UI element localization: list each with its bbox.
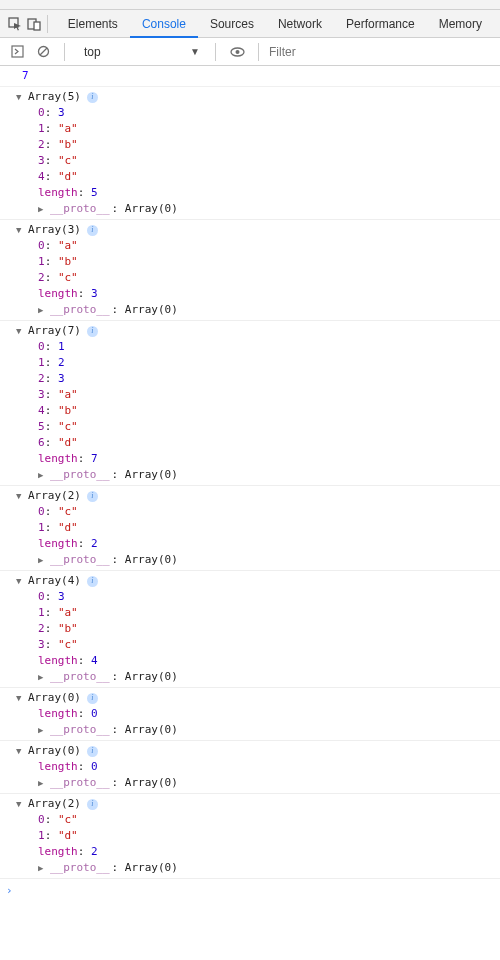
- disclosure-triangle-icon: ▼: [16, 743, 26, 759]
- disclosure-triangle-icon: ▼: [16, 690, 26, 706]
- array-group: ▼Array(3)i0: "a"1: "b"2: "c"length: 3▶__…: [0, 220, 500, 321]
- array-group: ▼Array(4)i0: 31: "a"2: "b"3: "c"length: …: [0, 571, 500, 688]
- info-icon[interactable]: i: [87, 491, 98, 502]
- proto-entry[interactable]: ▶__proto__: Array(0): [38, 552, 500, 568]
- info-icon[interactable]: i: [87, 225, 98, 236]
- array-entries: 0: "c"1: "d"length: 2▶__proto__: Array(0…: [16, 504, 500, 568]
- toggle-sidebar-icon[interactable]: [6, 41, 28, 63]
- array-entry: 2: 3: [38, 371, 500, 387]
- length-entry: length: 3: [38, 286, 500, 302]
- length-entry: length: 0: [38, 759, 500, 775]
- device-toolbar-icon[interactable]: [25, 13, 44, 35]
- array-header[interactable]: ▼Array(2)i: [16, 796, 500, 812]
- array-entries: length: 0▶__proto__: Array(0): [16, 759, 500, 791]
- disclosure-triangle-icon: ▼: [16, 323, 26, 339]
- array-entry: 3: "a": [38, 387, 500, 403]
- array-header[interactable]: ▼Array(4)i: [16, 573, 500, 589]
- chevron-down-icon: ▼: [190, 46, 200, 57]
- tab-console[interactable]: Console: [130, 10, 198, 38]
- array-entry: 4: "b": [38, 403, 500, 419]
- length-entry: length: 2: [38, 844, 500, 860]
- array-group: ▼Array(2)i0: "c"1: "d"length: 2▶__proto_…: [0, 794, 500, 879]
- tab-elements[interactable]: Elements: [56, 10, 130, 38]
- array-header[interactable]: ▼Array(0)i: [16, 690, 500, 706]
- array-entries: 0: "c"1: "d"length: 2▶__proto__: Array(0…: [16, 812, 500, 876]
- array-entries: 0: 31: "a"2: "b"3: "c"4: "d"length: 5▶__…: [16, 105, 500, 217]
- array-summary: Array(0): [28, 690, 81, 706]
- info-icon[interactable]: i: [87, 92, 98, 103]
- proto-entry[interactable]: ▶__proto__: Array(0): [38, 775, 500, 791]
- proto-entry[interactable]: ▶__proto__: Array(0): [38, 201, 500, 217]
- console-subbar: top ▼: [0, 38, 500, 66]
- array-summary: Array(0): [28, 743, 81, 759]
- array-entry: 1: 2: [38, 355, 500, 371]
- tab-network[interactable]: Network: [266, 10, 334, 38]
- array-entry: 5: "c": [38, 419, 500, 435]
- length-entry: length: 7: [38, 451, 500, 467]
- array-header[interactable]: ▼Array(5)i: [16, 89, 500, 105]
- proto-entry[interactable]: ▶__proto__: Array(0): [38, 860, 500, 876]
- array-group: ▼Array(0)ilength: 0▶__proto__: Array(0): [0, 741, 500, 794]
- disclosure-triangle-icon: ▼: [16, 89, 26, 105]
- disclosure-triangle-icon: ▶: [38, 775, 48, 791]
- disclosure-triangle-icon: ▶: [38, 302, 48, 318]
- svg-rect-2: [34, 22, 40, 30]
- info-icon[interactable]: i: [87, 746, 98, 757]
- array-summary: Array(3): [28, 222, 81, 238]
- live-expression-icon[interactable]: [226, 41, 248, 63]
- array-entries: 0: 11: 22: 33: "a"4: "b"5: "c"6: "d"leng…: [16, 339, 500, 483]
- array-entry: 2: "c": [38, 270, 500, 286]
- info-icon[interactable]: i: [87, 799, 98, 810]
- array-header[interactable]: ▼Array(2)i: [16, 488, 500, 504]
- array-header[interactable]: ▼Array(7)i: [16, 323, 500, 339]
- subbar-divider-2: [215, 43, 216, 61]
- tab-sources[interactable]: Sources: [198, 10, 266, 38]
- window-top-strip: [0, 0, 500, 10]
- array-entry: 6: "d": [38, 435, 500, 451]
- array-group: ▼Array(7)i0: 11: 22: 33: "a"4: "b"5: "c"…: [0, 321, 500, 486]
- info-icon[interactable]: i: [87, 693, 98, 704]
- proto-entry[interactable]: ▶__proto__: Array(0): [38, 467, 500, 483]
- proto-entry[interactable]: ▶__proto__: Array(0): [38, 302, 500, 318]
- array-entry: 1: "d": [38, 828, 500, 844]
- array-summary: Array(7): [28, 323, 81, 339]
- array-entry: 1: "b": [38, 254, 500, 270]
- subbar-divider: [64, 43, 65, 61]
- array-header[interactable]: ▼Array(0)i: [16, 743, 500, 759]
- array-header[interactable]: ▼Array(3)i: [16, 222, 500, 238]
- disclosure-triangle-icon: ▼: [16, 796, 26, 812]
- proto-entry[interactable]: ▶__proto__: Array(0): [38, 669, 500, 685]
- array-entry: 2: "b": [38, 621, 500, 637]
- length-entry: length: 4: [38, 653, 500, 669]
- console-output: 7 ▼Array(5)i0: 31: "a"2: "b"3: "c"4: "d"…: [0, 66, 500, 960]
- tab-performance[interactable]: Performance: [334, 10, 427, 38]
- array-entries: 0: "a"1: "b"2: "c"length: 3▶__proto__: A…: [16, 238, 500, 318]
- array-entry: 0: 3: [38, 105, 500, 121]
- disclosure-triangle-icon: ▶: [38, 669, 48, 685]
- info-icon[interactable]: i: [87, 576, 98, 587]
- array-entry: 4: "d": [38, 169, 500, 185]
- inspect-element-icon[interactable]: [6, 13, 25, 35]
- array-group: ▼Array(5)i0: 31: "a"2: "b"3: "c"4: "d"le…: [0, 87, 500, 220]
- array-entry: 0: "c": [38, 504, 500, 520]
- svg-line-5: [40, 48, 47, 55]
- filter-input[interactable]: [269, 45, 494, 59]
- clear-console-icon[interactable]: [32, 41, 54, 63]
- array-entry: 0: "a": [38, 238, 500, 254]
- array-entry: 2: "b": [38, 137, 500, 153]
- context-selector[interactable]: top ▼: [75, 42, 205, 62]
- context-label: top: [84, 45, 101, 59]
- array-entry: 3: "c": [38, 637, 500, 653]
- length-entry: length: 5: [38, 185, 500, 201]
- array-entry: 1: "a": [38, 121, 500, 137]
- tabbar-divider: [47, 15, 48, 33]
- log-value: 7: [0, 66, 500, 87]
- array-group: ▼Array(0)ilength: 0▶__proto__: Array(0): [0, 688, 500, 741]
- tab-memory[interactable]: Memory: [427, 10, 494, 38]
- array-summary: Array(4): [28, 573, 81, 589]
- info-icon[interactable]: i: [87, 326, 98, 337]
- proto-entry[interactable]: ▶__proto__: Array(0): [38, 722, 500, 738]
- disclosure-triangle-icon: ▼: [16, 573, 26, 589]
- console-prompt[interactable]: ›: [0, 879, 500, 903]
- array-entries: length: 0▶__proto__: Array(0): [16, 706, 500, 738]
